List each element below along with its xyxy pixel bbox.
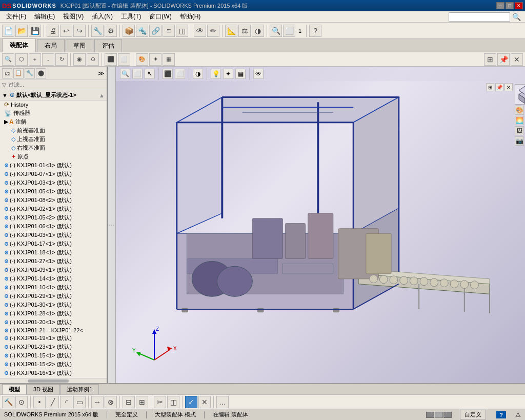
decals-icon[interactable]: 🖼 <box>515 126 524 135</box>
vp-view-icon[interactable]: 👁 <box>253 69 264 79</box>
vp-light-icon[interactable]: 💡 <box>211 69 221 79</box>
pattern-btn[interactable]: ⊞ <box>136 396 148 408</box>
redo-button[interactable]: ↪ <box>73 25 86 37</box>
linear-pattern-button[interactable]: ≡ <box>163 25 175 37</box>
expand-panel-button[interactable]: ⊞ <box>484 53 496 66</box>
tree-item-sensor[interactable]: 📡 传感器 <box>0 109 107 117</box>
scenes-icon[interactable]: 🌅 <box>515 116 524 125</box>
add-relation-btn[interactable]: ⊗ <box>105 396 117 408</box>
tree-item-part-06[interactable]: ⚙ (-) KXJP01-06<1> (默认) <box>0 222 107 231</box>
open-button[interactable]: 📂 <box>15 25 28 37</box>
hide-show-button[interactable]: 👁 <box>194 25 206 37</box>
tree-item-part-10[interactable]: ⚙ (-) KXJP01-10<1> (默认) <box>0 283 107 292</box>
tree-item-front-plane[interactable]: ◇ 前视基准面 <box>0 126 107 135</box>
sketch-cancel-btn[interactable]: ✕ <box>198 396 211 408</box>
tree-item-part-03b[interactable]: ⚙ (-) KXJP01-03<1> (默认) <box>0 231 107 239</box>
tree-scroll-up[interactable]: ▲ <box>99 92 105 98</box>
3d-viewport[interactable]: 🔍 ⬜ ↖ ⬛ ⬜ ◑ 💡 ✦ ▦ 👁 <box>116 67 525 383</box>
undo-button[interactable]: ↩ <box>60 25 72 37</box>
wireframe-button[interactable]: ⬜ <box>118 53 130 66</box>
rebuild-button[interactable]: 🔧 <box>91 25 104 37</box>
trim-btn[interactable]: ✂ <box>154 396 166 408</box>
panel-expand-icon[interactable]: ≫ <box>98 70 105 77</box>
options-button[interactable]: ⚙ <box>105 25 117 37</box>
mate-button[interactable]: 🔩 <box>136 25 148 37</box>
panel-btn-1[interactable]: 🗂 <box>2 68 12 78</box>
tree-item-part-15b[interactable]: ⚙ (-) KXJP01-15<2> (默认) <box>0 360 107 369</box>
zoom-area-button[interactable]: 🔍 <box>2 53 14 66</box>
tree-expand-icon[interactable]: ▼ <box>2 92 8 98</box>
realview-button[interactable]: ✦ <box>149 53 161 66</box>
display-state-button[interactable]: ▦ <box>163 53 175 66</box>
more-btn[interactable]: … <box>216 396 229 408</box>
zoom-in2-button[interactable]: + <box>29 53 41 66</box>
new-button[interactable]: 📄 <box>2 25 14 37</box>
tree-item-part-14[interactable]: ⚙ (-) KXJP01-14<1> (默认) <box>0 274 107 283</box>
measure-button[interactable]: 📐 <box>225 25 237 37</box>
menu-tools[interactable]: 工具(T) <box>117 11 145 22</box>
menu-help[interactable]: 帮助(H) <box>176 11 205 22</box>
close-button[interactable]: ✕ <box>515 2 523 9</box>
tree-item-part-05b[interactable]: ⚙ (-) KXJP01-05<2> (默认) <box>0 213 107 222</box>
help-button[interactable]: ? <box>309 25 321 37</box>
tab-sketch[interactable]: 草图 <box>66 39 93 52</box>
offset-btn[interactable]: ◫ <box>167 396 179 408</box>
save-button[interactable]: 💾 <box>29 25 41 37</box>
tab-3dview[interactable]: 3D 视图 <box>27 384 60 394</box>
view-normal-button[interactable]: ⊙ <box>87 53 99 66</box>
insert-component-button[interactable]: 📦 <box>123 25 135 37</box>
vp-close-btn[interactable]: ✕ <box>504 83 513 91</box>
line-btn[interactable]: ╱ <box>47 396 59 408</box>
tree-item-part-29[interactable]: ⚙ (-) KXJP01-29<1> (默认) <box>0 292 107 301</box>
panel-btn-2[interactable]: 📋 <box>13 68 24 78</box>
vp-wireframe-icon[interactable]: ⬜ <box>175 69 185 79</box>
display-style-button[interactable]: ⬛ <box>105 53 117 66</box>
search-input[interactable] <box>449 12 510 22</box>
rendering-icon[interactable]: 📷 <box>515 136 524 146</box>
tree-item-part-30[interactable]: ⚙ (-) KXJP01-30<1> (默认) <box>0 301 107 309</box>
menu-view[interactable]: 视图(V) <box>59 11 88 22</box>
menu-window[interactable]: 窗口(W) <box>145 11 175 22</box>
search-icon[interactable]: 🔍 <box>510 13 523 21</box>
tree-item-part-08b[interactable]: ⚙ (-) KXJP01-08<2> (默认) <box>0 196 107 205</box>
customize-button[interactable]: 自定义 <box>460 410 486 419</box>
tree-item-part-28[interactable]: ⚙ (-) KXJP01-28<1> (默认) <box>0 309 107 318</box>
pin-button[interactable]: 📌 <box>497 53 510 66</box>
edit-component-button[interactable]: ✏ <box>207 25 219 37</box>
close-panel-button[interactable]: ✕ <box>511 53 523 66</box>
tree-item-part-23[interactable]: ⚙ (-) KXJP01-23<1> (默认) <box>0 343 107 351</box>
tree-item-annotation[interactable]: ▶ A 注解 <box>0 117 107 126</box>
mirror-btn[interactable]: ⊟ <box>123 396 135 408</box>
section-view-button[interactable]: ◑ <box>252 25 264 37</box>
tree-item-right-plane[interactable]: ◇ 右视基准面 <box>0 144 107 152</box>
point-btn[interactable]: • <box>33 396 46 408</box>
vp-pin-btn[interactable]: 📌 <box>495 83 503 91</box>
sketch-exit-btn[interactable]: ✓ <box>185 396 197 408</box>
tab-evaluate[interactable]: 评估 <box>94 39 122 52</box>
appearances-icon[interactable]: 🎨 <box>515 106 524 115</box>
mirror-component-button[interactable]: ◫ <box>176 25 188 37</box>
tree-item-part-05a[interactable]: ⚙ (-) KXJP01-05<1> (默认) <box>0 187 107 196</box>
zoom-in-button[interactable]: 🔍 <box>270 25 282 37</box>
zoom-fit-button[interactable]: ⬜ <box>283 25 295 37</box>
vp-section-icon[interactable]: ◑ <box>193 69 203 79</box>
rebuild-btn2[interactable]: 🔨 <box>2 396 14 408</box>
panel-btn-4[interactable]: ⬤ <box>36 68 46 78</box>
menu-file[interactable]: 文件(F) <box>2 11 30 22</box>
menu-insert[interactable]: 插入(N) <box>88 11 117 22</box>
vp-select-icon[interactable]: ↖ <box>145 69 155 79</box>
view-orient-button[interactable]: ◉ <box>73 53 86 66</box>
vp-expand-btn[interactable]: ⊞ <box>486 83 494 91</box>
tree-item-part-19[interactable]: ⚙ (-) KXJP01-19<1> (默认) <box>0 334 107 343</box>
panel-resize-handle[interactable]: ⋮ <box>108 67 116 383</box>
tree-item-part-21-22[interactable]: ⚙ (-) KXJP01-21---KXJP01-22< <box>0 327 107 334</box>
panel-btn-3[interactable]: 🔧 <box>25 68 35 78</box>
tree-item-part-07[interactable]: ⚙ (-) KXJP01-07<1> (默认) <box>0 170 107 178</box>
center-btn[interactable]: ⊙ <box>15 396 28 408</box>
tree-item-part-20[interactable]: ⚙ (-) KXJP01-20<1> (默认) <box>0 318 107 327</box>
help-status-button[interactable]: ? <box>496 411 506 418</box>
tree-item-part-18[interactable]: ⚙ (-) KXJP01-18<1> (默认) <box>0 248 107 257</box>
menu-edit[interactable]: 编辑(E) <box>30 11 59 22</box>
appearance-button[interactable]: 🎨 <box>136 53 148 66</box>
minimize-button[interactable]: ─ <box>496 2 504 9</box>
